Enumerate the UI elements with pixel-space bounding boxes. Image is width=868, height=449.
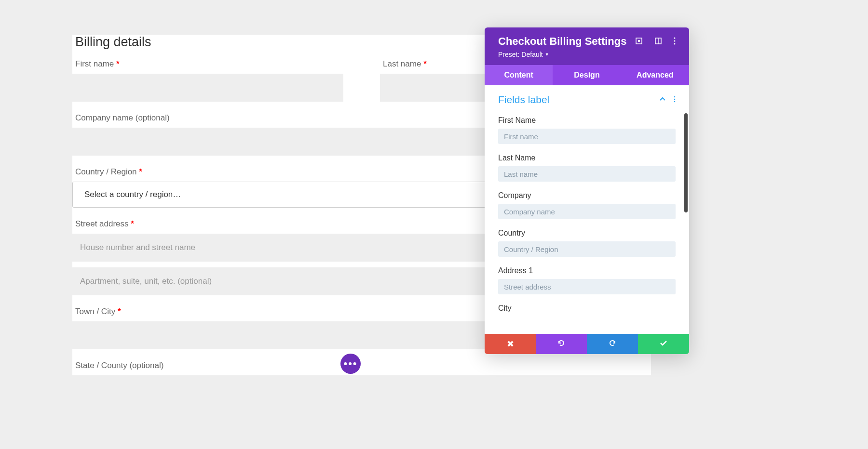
setting-lastname-input[interactable]: [498, 166, 676, 182]
required-asterisk: *: [139, 167, 142, 176]
panel-title: Checkout Billing Settings: [498, 35, 626, 48]
redo-button[interactable]: [587, 334, 638, 354]
kebab-menu-icon[interactable]: [674, 37, 676, 47]
panel-body: Fields label First Name Last Name Compan…: [485, 85, 689, 334]
section-title[interactable]: Fields label: [498, 94, 549, 106]
more-actions-button[interactable]: •••: [340, 354, 361, 374]
svg-point-4: [674, 38, 676, 39]
setting-company-label: Company: [498, 191, 676, 200]
city-label-text: Town / City: [75, 307, 115, 316]
check-icon: [659, 339, 668, 350]
setting-company-input[interactable]: [498, 204, 676, 219]
preset-selector[interactable]: Preset: Default ▼: [498, 51, 626, 58]
scrollbar[interactable]: [684, 113, 688, 212]
close-button[interactable]: ✖: [485, 334, 536, 354]
settings-panel: Checkout Billing Settings Preset: Defaul…: [485, 27, 689, 354]
setting-address1-label: Address 1: [498, 266, 676, 275]
required-asterisk: *: [131, 219, 134, 228]
country-label-text: Country / Region: [75, 167, 137, 176]
ellipsis-icon: •••: [343, 357, 357, 370]
setting-lastname-label: Last Name: [498, 154, 676, 162]
setting-firstname-input[interactable]: [498, 129, 676, 144]
expand-icon[interactable]: [635, 37, 643, 47]
setting-country-label: Country: [498, 229, 676, 238]
last-name-label-text: Last name: [383, 59, 421, 68]
first-name-label: First name *: [72, 59, 343, 69]
svg-point-7: [674, 96, 676, 97]
state-label: State / County (optional): [72, 361, 651, 370]
svg-point-6: [674, 43, 676, 45]
preset-label: Preset:: [498, 51, 519, 58]
required-asterisk: *: [118, 307, 121, 316]
tab-advanced[interactable]: Advanced: [621, 65, 689, 85]
first-name-label-text: First name: [75, 59, 114, 68]
state-input[interactable]: [72, 375, 651, 403]
tab-design[interactable]: Design: [553, 65, 621, 85]
svg-point-5: [674, 40, 676, 42]
setting-address1-input[interactable]: [498, 279, 676, 294]
save-button[interactable]: [638, 334, 689, 354]
undo-button[interactable]: [536, 334, 587, 354]
undo-icon: [557, 339, 566, 350]
street-label-text: Street address: [75, 219, 129, 228]
preset-value: Default: [521, 51, 542, 58]
redo-icon: [608, 339, 617, 350]
first-name-input[interactable]: [72, 74, 343, 102]
setting-country-input[interactable]: [498, 241, 676, 257]
collapse-icon[interactable]: [659, 96, 666, 104]
panel-header: Checkout Billing Settings Preset: Defaul…: [485, 27, 689, 65]
required-asterisk: *: [423, 59, 427, 68]
tab-content[interactable]: Content: [485, 65, 553, 85]
required-asterisk: *: [116, 59, 120, 68]
setting-firstname-label: First Name: [498, 116, 676, 125]
svg-point-1: [638, 40, 640, 42]
kebab-menu-icon[interactable]: [674, 96, 676, 104]
panel-footer: ✖: [485, 334, 689, 354]
setting-city-label: City: [498, 304, 676, 313]
close-icon: ✖: [507, 339, 514, 349]
svg-point-8: [674, 98, 676, 100]
columns-icon[interactable]: [654, 37, 662, 47]
panel-tabs: Content Design Advanced: [485, 65, 689, 85]
svg-point-9: [674, 101, 676, 102]
chevron-down-icon: ▼: [545, 52, 549, 57]
